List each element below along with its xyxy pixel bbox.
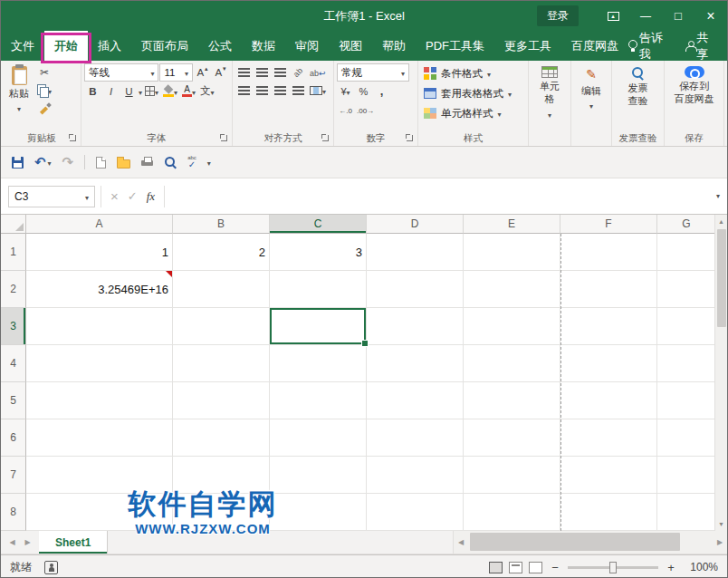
editing-button[interactable]: 编辑 xyxy=(574,63,608,112)
row-header-3[interactable]: 3 xyxy=(1,308,26,345)
tab-help[interactable]: 帮助 xyxy=(372,31,416,61)
normal-view-button[interactable] xyxy=(489,562,503,573)
cell-E6[interactable] xyxy=(464,419,560,457)
cell-A5[interactable] xyxy=(26,382,173,419)
cell-E1[interactable] xyxy=(464,234,560,271)
ribbon-display-options-button[interactable] xyxy=(597,1,629,31)
open-button[interactable] xyxy=(117,157,130,169)
zoom-out-button[interactable]: − xyxy=(549,561,561,574)
vertical-scrollbar[interactable] xyxy=(714,215,727,531)
format-painter-button[interactable] xyxy=(35,100,53,117)
cell-A6[interactable] xyxy=(26,419,173,457)
italic-button[interactable]: I xyxy=(102,82,120,100)
cell-D6[interactable] xyxy=(367,419,464,457)
cell-D1[interactable] xyxy=(367,234,464,271)
cell-C2[interactable] xyxy=(270,271,367,308)
close-button[interactable] xyxy=(694,1,727,31)
customize-toolbar-button[interactable] xyxy=(207,156,211,169)
minimize-button[interactable] xyxy=(629,1,662,31)
row-header-1[interactable]: 1 xyxy=(1,234,26,271)
cells-button[interactable]: 单元格 xyxy=(532,63,568,120)
align-top-button[interactable] xyxy=(235,63,253,81)
sheet-tab-sheet1[interactable]: Sheet1 xyxy=(39,531,108,554)
spelling-button[interactable] xyxy=(187,155,196,169)
tab-formulas[interactable]: 公式 xyxy=(198,31,242,61)
cell-F5[interactable] xyxy=(560,382,657,419)
tell-me-button[interactable]: 告诉我 xyxy=(628,30,664,63)
column-header-A[interactable]: A xyxy=(26,215,173,234)
format-as-table-button[interactable]: 套用表格格式 xyxy=(421,83,525,103)
expand-formula-bar-icon[interactable] xyxy=(709,192,727,200)
underline-dropdown-icon[interactable] xyxy=(139,85,142,98)
font-name-combo[interactable]: 等线 xyxy=(84,63,158,82)
cell-D7[interactable] xyxy=(367,457,464,494)
clipboard-dialog-launcher[interactable] xyxy=(70,135,76,141)
align-bottom-button[interactable] xyxy=(272,63,289,81)
cell-A3[interactable] xyxy=(26,308,173,345)
next-sheet-button[interactable] xyxy=(20,538,35,546)
tab-pdf-tools[interactable]: PDF工具集 xyxy=(416,31,494,61)
cell-G1[interactable] xyxy=(657,234,716,271)
cell-G4[interactable] xyxy=(657,345,716,382)
tab-more-tools[interactable]: 更多工具 xyxy=(494,31,561,61)
row-header-6[interactable]: 6 xyxy=(1,419,26,457)
scroll-right-button[interactable] xyxy=(713,538,727,546)
quick-print-button[interactable] xyxy=(141,157,153,168)
insert-function-button[interactable]: fx xyxy=(147,189,155,204)
column-header-E[interactable]: E xyxy=(464,215,560,234)
scroll-up-button[interactable] xyxy=(715,215,727,228)
redo-button[interactable] xyxy=(62,154,74,170)
copy-button[interactable] xyxy=(35,82,53,99)
scroll-left-button[interactable] xyxy=(454,538,468,546)
row-header-2[interactable]: 2 xyxy=(1,271,26,308)
accounting-format-button[interactable] xyxy=(337,82,354,100)
cell-F2[interactable] xyxy=(560,271,657,308)
cell-G8[interactable] xyxy=(657,494,716,531)
phonetic-guide-button[interactable]: 文 xyxy=(198,82,216,100)
cell-B8[interactable] xyxy=(173,494,270,531)
cell-F8[interactable] xyxy=(560,494,657,531)
cell-A8[interactable] xyxy=(26,494,173,531)
name-box[interactable]: C3 xyxy=(8,186,95,207)
cell-C8[interactable] xyxy=(270,494,367,531)
cell-B4[interactable] xyxy=(173,345,270,382)
cell-A7[interactable] xyxy=(26,457,173,494)
increase-decimal-button[interactable] xyxy=(337,101,354,118)
cell-E3[interactable] xyxy=(464,308,560,345)
row-header-8[interactable]: 8 xyxy=(1,494,26,531)
login-button[interactable]: 登录 xyxy=(537,5,579,26)
cell-C5[interactable] xyxy=(270,382,367,419)
tab-page-layout[interactable]: 页面布局 xyxy=(131,31,198,61)
shrink-font-button[interactable]: A▾ xyxy=(212,64,229,82)
undo-button[interactable] xyxy=(34,154,52,170)
cell-B5[interactable] xyxy=(173,382,270,419)
cell-styles-button[interactable]: 单元格样式 xyxy=(421,103,525,123)
maximize-button[interactable] xyxy=(662,1,694,31)
row-header-5[interactable]: 5 xyxy=(1,382,26,419)
cell-C7[interactable] xyxy=(270,457,367,494)
tab-review[interactable]: 审阅 xyxy=(285,31,329,61)
cell-D5[interactable] xyxy=(367,382,464,419)
alignment-dialog-launcher[interactable] xyxy=(322,135,329,141)
share-button[interactable]: 共享 xyxy=(685,30,713,63)
accessibility-icon[interactable] xyxy=(44,561,58,574)
zoom-level[interactable]: 100% xyxy=(684,561,718,573)
tab-baidu-netdisk[interactable]: 百度网盘 xyxy=(561,31,628,61)
cell-E4[interactable] xyxy=(464,345,560,382)
cell-E5[interactable] xyxy=(464,382,560,419)
print-preview-button[interactable] xyxy=(164,156,177,169)
bold-button[interactable]: B xyxy=(84,82,101,100)
decrease-decimal-button[interactable] xyxy=(355,101,376,118)
zoom-slider[interactable] xyxy=(568,566,658,569)
underline-button[interactable]: U xyxy=(120,82,138,100)
cell-B1[interactable]: 2 xyxy=(173,234,270,271)
cell-E7[interactable] xyxy=(464,457,560,494)
page-layout-view-button[interactable] xyxy=(509,562,522,573)
cell-C1[interactable]: 3 xyxy=(270,234,367,271)
cell-F6[interactable] xyxy=(560,419,657,457)
fill-color-button[interactable] xyxy=(161,82,179,100)
merge-center-button[interactable] xyxy=(308,82,328,99)
tab-data[interactable]: 数据 xyxy=(242,31,285,61)
new-workbook-button[interactable] xyxy=(96,157,106,169)
select-all-button[interactable] xyxy=(1,215,26,234)
